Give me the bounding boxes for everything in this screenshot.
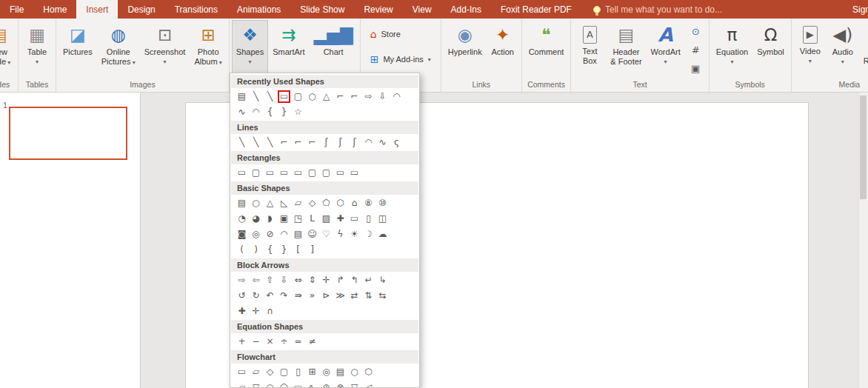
shape-item[interactable]: ↶ [264,290,276,302]
shape-item[interactable]: ▭ [348,167,361,179]
shape-item[interactable]: ▤ [236,197,248,210]
shape-item[interactable]: ⇦ [250,274,262,287]
shape-item[interactable]: ≠ [306,335,318,348]
shape-item[interactable]: ◙ [236,228,248,241]
shape-item[interactable]: ⇛ [292,290,304,302]
store-button[interactable]: ⌂Store [366,26,435,42]
shape-item[interactable]: ☽ [362,228,375,241]
shape-item[interactable]: ▭ [292,381,304,388]
shape-item[interactable]: ✚ [236,305,248,318]
slide-thumbnail[interactable] [9,107,127,160]
shape-item[interactable]: ⑩ [376,197,389,210]
tab-foxit-reader-pdf[interactable]: Foxit Reader PDF [491,0,581,19]
shape-item[interactable]: ╲ [250,90,262,103]
shape-item[interactable]: ↵ [362,274,375,287]
tell-me-box[interactable]: Tell me what you want to do... [593,0,722,19]
pictures-button[interactable]: ◪Pictures [59,20,97,78]
shape-item[interactable]: ▣ [278,213,290,225]
shape-item[interactable]: [ [292,244,304,256]
shape-item[interactable]: ◇ [264,366,276,378]
shape-item[interactable]: ◠ [362,136,375,149]
shape-item[interactable]: ▢ [306,167,318,179]
screen-recording-button[interactable]: ◉ScreenRecording [859,20,868,78]
object-button[interactable]: ▣ [687,60,705,76]
shape-item[interactable]: ▽ [250,381,262,388]
shape-item[interactable]: ▯ [292,366,304,378]
shape-item[interactable]: ☆ [292,106,304,118]
shape-item[interactable]: ▤ [334,366,347,378]
shape-item[interactable]: ○ [348,366,361,378]
shape-item[interactable]: ▢ [320,167,333,179]
equation-button[interactable]: πEquation▾ [712,20,752,78]
shape-item[interactable]: ▭ [348,213,361,225]
date-time-button[interactable]: ⊙ [687,23,705,39]
shape-item[interactable]: ⊕ [320,381,333,388]
shape-item[interactable]: ⇔ [292,274,304,287]
action-button[interactable]: ✦Action [487,20,519,78]
shape-item[interactable]: ʃ [348,136,361,149]
shape-item[interactable]: ⌐ [348,90,361,103]
shape-item[interactable]: ⇨ [236,274,248,287]
shape-item[interactable]: ✛ [250,305,262,318]
shape-item[interactable]: ╲ [250,136,262,149]
shape-item[interactable]: ↰ [348,274,361,287]
shape-item[interactable]: ⌐ [278,136,290,149]
shape-item[interactable]: ▨ [320,213,333,225]
shape-item[interactable]: ⊘ [264,228,276,241]
shape-item[interactable]: ◁ [362,381,375,388]
shape-item[interactable]: ∿ [236,106,248,118]
shape-item[interactable]: ▭ [236,167,248,179]
shape-item[interactable]: ☁ [376,228,389,241]
shape-item[interactable]: △ [264,197,276,210]
shape-item[interactable]: ○ [250,197,262,210]
shape-item[interactable]: ▭ [292,167,304,179]
shape-item[interactable]: ╲ [236,136,248,149]
tab-file[interactable]: File [0,0,33,19]
chart-button[interactable]: ▂▅▇Chart [310,20,358,78]
scrollbar-thumb[interactable] [860,96,867,199]
shape-item[interactable]: ◇ [306,197,318,210]
shape-item[interactable]: ⑧ [362,197,375,210]
audio-button[interactable]: ◀)Audio▾ [827,20,859,78]
video-button[interactable]: ▶Video▾ [794,20,827,78]
shape-item[interactable]: ✛ [320,274,333,287]
shape-item[interactable]: } [278,106,290,118]
my-add-ins-button[interactable]: ⊞My Add-ins▾ [366,51,435,67]
shape-item[interactable]: ∿ [376,136,389,149]
shape-item[interactable]: ⬡ [362,366,375,378]
shape-item[interactable]: ▱ [236,381,248,388]
shape-item[interactable]: ⌐ [292,136,304,149]
shape-item[interactable]: { [264,244,276,256]
shape-item[interactable]: ⊗ [334,381,347,388]
shape-item[interactable]: ϟ [334,228,347,241]
shape-item[interactable]: − [250,335,262,348]
shape-item[interactable]: ) [250,244,262,256]
shape-item[interactable]: ∩ [264,305,276,318]
shape-item[interactable]: ↻ [250,290,262,302]
shape-item[interactable]: ⇄ [348,290,361,302]
shape-item[interactable]: ◺ [278,197,290,210]
tab-add-ins[interactable]: Add-Ins [441,0,491,19]
tab-home[interactable]: Home [33,0,76,19]
wordart-button[interactable]: AWordArt▾ [647,20,685,78]
shape-item[interactable]: ▢ [278,366,290,378]
shape-item[interactable]: ▱ [250,366,262,378]
online-pictures-button[interactable]: ◍OnlinePictures ▾ [97,20,140,78]
shape-item[interactable]: ∿ [306,381,318,388]
shape-item[interactable]: ↳ [376,274,389,287]
shape-item[interactable]: ▢ [292,90,304,103]
shape-item[interactable]: ⇩ [376,90,389,103]
shape-item[interactable]: L [306,213,318,225]
shape-item[interactable]: ⇩ [278,274,290,287]
shape-item[interactable]: ╲ [264,90,276,103]
shape-item[interactable]: ⌐ [334,90,347,103]
tab-review[interactable]: Review [354,0,402,19]
shapes-button[interactable]: ❖Shapes▾ [232,20,268,78]
shape-item[interactable]: ↱ [334,274,347,287]
shape-item[interactable]: ≫ [334,290,347,302]
shape-item[interactable]: ▤ [292,228,304,241]
shape-item[interactable]: ↷ [278,290,290,302]
shape-item[interactable]: ○ [306,90,318,103]
shape-item[interactable]: ◕ [250,213,262,225]
shape-item[interactable]: ◠ [390,90,403,103]
